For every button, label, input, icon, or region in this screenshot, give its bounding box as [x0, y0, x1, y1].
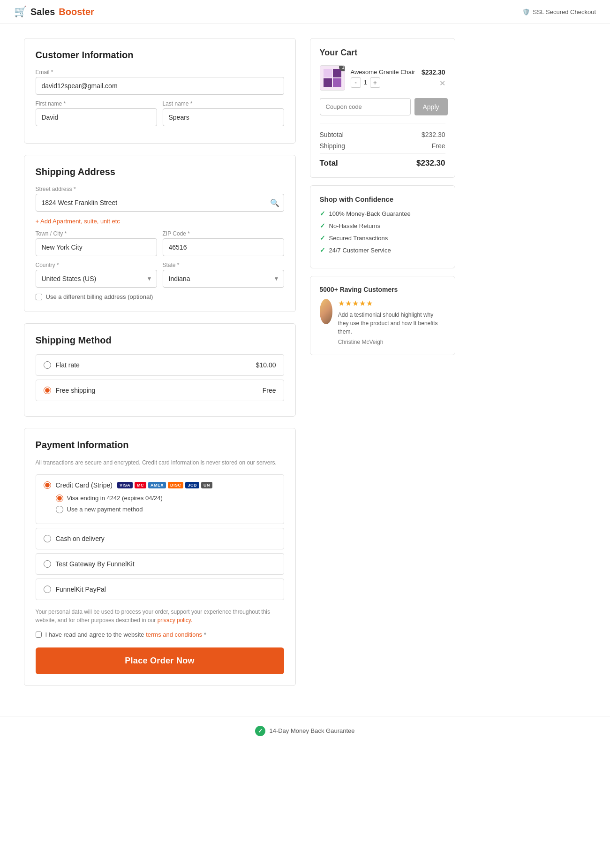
coupon-input[interactable]: [320, 98, 411, 115]
street-label: Street address *: [36, 186, 284, 192]
cart-item-details: Awesome Granite Chair - 1 +: [351, 69, 416, 88]
billing-checkbox[interactable]: [36, 294, 42, 300]
first-name-group: First name *: [36, 100, 157, 126]
cash-radio[interactable]: [44, 535, 51, 542]
zip-label: ZIP Code *: [163, 230, 284, 237]
right-column: Your Cart 1 Awesome Granite Chair - 1: [310, 38, 455, 355]
test-gateway-radio[interactable]: [44, 560, 51, 568]
logo: 🛒 SalesBooster: [14, 6, 94, 18]
payment-option-test: Test Gateway By FunnelKit: [36, 553, 284, 575]
shield-icon: 🛡️: [522, 8, 530, 15]
testimonial-content: ★★★★★ Add a testimonial should highlight…: [338, 299, 445, 345]
billing-checkbox-row: Use a different billing address (optiona…: [36, 293, 284, 300]
shipping-address-title: Shipping Address: [36, 167, 284, 177]
cart-title: Your Cart: [320, 48, 445, 58]
terms-label: I have read and agree to the website ter…: [45, 631, 206, 638]
cart-item-name: Awesome Granite Chair: [351, 69, 416, 76]
flat-rate-label: Flat rate: [56, 361, 80, 369]
shipping-value: Free: [432, 142, 445, 150]
coupon-row: Apply: [320, 98, 445, 115]
total-value: $232.30: [416, 159, 445, 168]
email-group: Email *: [36, 69, 284, 95]
new-payment-option: Use a new payment method: [56, 506, 269, 513]
privacy-prefix: Your personal data will be used to proce…: [36, 609, 271, 624]
confidence-item-4: ✓ 24/7 Customer Service: [320, 246, 445, 254]
new-payment-label: Use a new payment method: [67, 506, 143, 513]
pattern-cell-3: [324, 78, 332, 87]
first-name-input[interactable]: [36, 108, 157, 126]
privacy-link[interactable]: privacy policy.: [158, 617, 192, 624]
free-shipping-label: Free shipping: [56, 387, 96, 394]
visa-badge: VISA: [117, 482, 133, 488]
payment-option-paypal: FunnelKit PayPal: [36, 579, 284, 600]
last-name-input[interactable]: [163, 108, 284, 126]
pattern-cell-2: [333, 69, 341, 77]
visa-4242-option: Visa ending in 4242 (expires 04/24): [56, 495, 269, 502]
last-name-label: Last name *: [163, 100, 284, 107]
city-group: Town / City *: [36, 230, 157, 256]
city-zip-row: Town / City * ZIP Code *: [36, 230, 284, 256]
qty-increase-button[interactable]: +: [370, 77, 380, 88]
cart-section: Your Cart 1 Awesome Granite Chair - 1: [310, 38, 455, 178]
confidence-item-1: ✓ 100% Money-Back Guarantee: [320, 210, 445, 217]
cart-item-price: $232.30: [422, 69, 445, 76]
shipping-label: Shipping: [320, 142, 346, 150]
shipping-row: Shipping Free: [320, 142, 445, 150]
country-select-wrapper: United States (US) ▼: [36, 270, 157, 288]
testimonial-text: Add a testimonial should highlight why t…: [338, 311, 445, 336]
cart-icon: 🛒: [14, 6, 27, 18]
testimonial-stars: ★★★★★: [338, 299, 445, 308]
footer: ✓ 14-Day Money Back Gaurantee: [0, 716, 610, 746]
confidence-label-1: 100% Money-Back Guarantee: [329, 210, 411, 217]
apply-coupon-button[interactable]: Apply: [414, 98, 448, 115]
cart-totals: Subtotal $232.30 Shipping Free: [320, 131, 445, 150]
money-back-label: 14-Day Money Back Gaurantee: [269, 727, 354, 734]
card-logos: VISA MC AMEX DISC JCB UN: [117, 482, 212, 488]
qty-decrease-button[interactable]: -: [351, 77, 361, 88]
free-shipping-radio[interactable]: [44, 387, 51, 394]
country-select[interactable]: United States (US): [36, 270, 157, 288]
credit-card-radio[interactable]: [44, 481, 51, 489]
shipping-method-title: Shipping Method: [36, 335, 284, 346]
terms-checkbox[interactable]: [36, 632, 42, 638]
flat-rate-radio[interactable]: [44, 361, 51, 369]
cash-label: Cash on delivery: [56, 535, 105, 542]
place-order-button[interactable]: Place Order Now: [36, 647, 284, 674]
testimonial-title: 5000+ Raving Customers: [320, 286, 445, 293]
money-back-icon: ✓: [255, 726, 265, 736]
payment-section-title: Payment Information: [36, 440, 284, 450]
city-label: Town / City *: [36, 230, 157, 237]
testimonial-body: ★★★★★ Add a testimonial should highlight…: [320, 299, 445, 345]
state-label: State *: [163, 262, 284, 268]
city-input[interactable]: [36, 238, 157, 256]
cart-item-remove[interactable]: ✕: [439, 79, 445, 88]
state-select[interactable]: Indiana: [163, 270, 284, 288]
customer-section: Customer Information Email * First name …: [24, 38, 296, 144]
cart-item-image: 1: [320, 65, 345, 91]
shipping-option-flat: Flat rate $10.00: [36, 354, 284, 376]
zip-group: ZIP Code *: [163, 230, 284, 256]
payment-section: Payment Information All transactions are…: [24, 428, 296, 686]
payment-subtitle: All transactions are secure and encrypte…: [36, 459, 284, 467]
search-icon: 🔍: [270, 198, 279, 207]
shipping-address-section: Shipping Address Street address * 🔍 + Ad…: [24, 155, 296, 312]
shipping-option-free: Free shipping Free: [36, 380, 284, 401]
money-back-guarantee: ✓ 14-Day Money Back Gaurantee: [255, 726, 354, 736]
terms-link[interactable]: terms and conditions: [146, 631, 202, 638]
zip-input[interactable]: [163, 238, 284, 256]
testimonial-author: Christine McVeigh: [338, 339, 445, 345]
street-wrapper: 🔍: [36, 194, 284, 212]
email-input[interactable]: [36, 77, 284, 95]
street-input[interactable]: [36, 194, 284, 212]
state-group: State * Indiana ▼: [163, 262, 284, 288]
new-payment-radio[interactable]: [56, 506, 63, 513]
subtotal-label: Subtotal: [320, 131, 344, 138]
country-label: Country *: [36, 262, 157, 268]
visa-4242-radio[interactable]: [56, 495, 63, 502]
add-apartment-link[interactable]: + Add Apartment, suite, unit etc: [36, 218, 120, 225]
billing-checkbox-label: Use a different billing address (optiona…: [46, 293, 153, 300]
payment-option-cash: Cash on delivery: [36, 528, 284, 549]
paypal-radio[interactable]: [44, 586, 51, 593]
ssl-label: SSL Secured Checkout: [533, 8, 596, 15]
test-gateway-label: Test Gateway By FunnelKit: [56, 560, 135, 568]
